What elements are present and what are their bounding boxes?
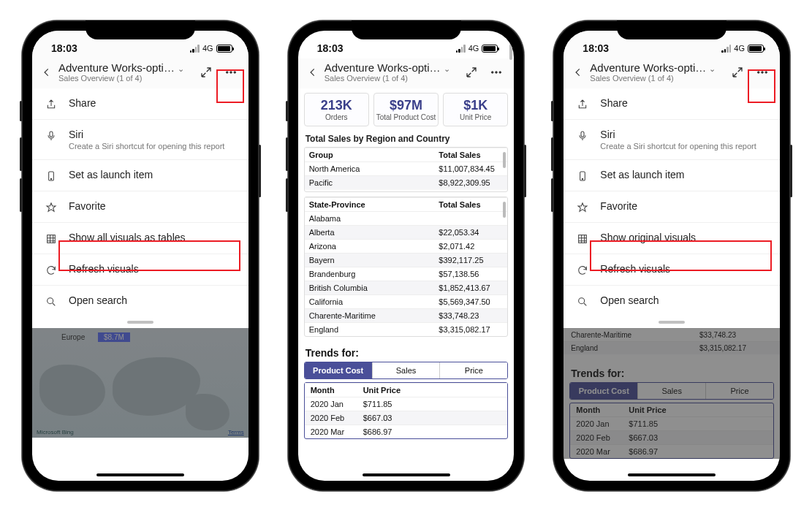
kpi-cost[interactable]: $97MTotal Product Cost — [373, 93, 439, 126]
svg-point-11 — [757, 71, 759, 73]
menu-launch-item[interactable]: Set as launch item — [564, 160, 780, 191]
star-icon — [44, 200, 58, 213]
kpi-price[interactable]: $1KUnit Price — [443, 93, 508, 126]
more-options-icon[interactable] — [752, 62, 773, 83]
svg-point-10 — [499, 71, 501, 73]
time-label: 18:03 — [583, 42, 609, 54]
battery-icon — [216, 45, 232, 53]
battery-icon — [482, 45, 498, 53]
more-options-icon[interactable] — [486, 62, 506, 83]
kpi-orders[interactable]: 213KOrders — [304, 93, 369, 126]
report-title[interactable]: Adventure Works-opti… — [325, 61, 441, 74]
network-label: 4G — [468, 44, 479, 53]
signal-icon — [721, 45, 731, 53]
menu-show-original[interactable]: Show original visuals — [564, 223, 780, 254]
network-label: 4G — [202, 44, 213, 53]
page-subtitle: Sales Overview (1 of 4) — [58, 74, 191, 83]
trends-title: Trends for: — [298, 341, 515, 362]
star-icon — [575, 200, 590, 213]
expand-icon[interactable] — [461, 62, 482, 83]
svg-rect-3 — [50, 132, 53, 137]
menu-launch-item[interactable]: Set as launch item — [32, 160, 248, 191]
svg-point-9 — [496, 71, 498, 73]
time-label: 18:03 — [51, 42, 77, 54]
menu-open-search[interactable]: Open search — [32, 286, 248, 316]
search-icon — [575, 294, 590, 308]
menu-share[interactable]: Share — [564, 88, 780, 120]
svg-point-7 — [48, 298, 53, 304]
svg-point-1 — [229, 71, 232, 73]
back-icon[interactable] — [39, 65, 54, 80]
network-label: 4G — [734, 44, 745, 53]
back-icon[interactable] — [571, 65, 585, 80]
phone-2: 18:03 4G Adventure Works-opti…⌄ Sales Ov… — [288, 20, 525, 491]
dimmed-background-content: Europe$8.7M Microsoft BingTerms — [32, 328, 248, 438]
share-icon — [575, 97, 590, 110]
battery-icon — [748, 45, 764, 53]
svg-point-2 — [234, 71, 236, 73]
more-options-icon[interactable] — [221, 62, 241, 83]
menu-share[interactable]: Share — [32, 88, 248, 120]
trends-tabs: Product Cost Sales Price — [304, 362, 509, 379]
svg-point-18 — [579, 298, 585, 304]
refresh-icon — [575, 263, 590, 276]
menu-open-search[interactable]: Open search — [564, 286, 780, 316]
svg-rect-14 — [581, 132, 584, 137]
svg-point-8 — [492, 71, 494, 73]
svg-rect-6 — [48, 235, 56, 243]
phone-icon — [44, 169, 58, 182]
options-menu: Share SiriCreate a Siri shortcut for ope… — [564, 88, 780, 324]
tab-product-cost[interactable]: Product Cost — [305, 362, 373, 378]
back-icon[interactable] — [306, 65, 320, 80]
kpi-row: 213KOrders $97MTotal Product Cost $1KUni… — [298, 88, 515, 131]
tab-sales[interactable]: Sales — [373, 362, 441, 378]
options-menu: Share SiriCreate a Siri shortcut for ope… — [32, 88, 248, 324]
state-table[interactable]: State-ProvinceTotal Sales Alabama Albert… — [304, 197, 509, 337]
drag-handle[interactable] — [127, 321, 153, 324]
menu-favorite[interactable]: Favorite — [32, 191, 248, 223]
home-indicator[interactable] — [96, 473, 184, 476]
grid-icon — [44, 232, 58, 245]
tab-price[interactable]: Price — [440, 362, 507, 378]
expand-icon[interactable] — [727, 62, 748, 83]
trends-table[interactable]: MonthUnit Price 2020 Jan$711.85 2020 Feb… — [304, 382, 509, 439]
report-title[interactable]: Adventure Works-opti… — [590, 61, 706, 74]
mic-icon — [575, 129, 590, 142]
dimmed-background-content: Charente-Maritime$33,748.23 England$3,31… — [564, 328, 780, 459]
page-subtitle: Sales Overview (1 of 4) — [590, 74, 723, 83]
page-subtitle: Sales Overview (1 of 4) — [325, 74, 458, 83]
svg-point-12 — [762, 71, 764, 73]
time-label: 18:03 — [317, 42, 344, 54]
phone-icon — [575, 169, 590, 182]
menu-show-tables[interactable]: Show all visuals as tables — [32, 223, 248, 254]
home-indicator[interactable] — [628, 473, 716, 476]
expand-icon[interactable] — [196, 62, 216, 83]
signal-icon — [190, 45, 200, 53]
chevron-down-icon[interactable]: ⌄ — [175, 64, 184, 73]
menu-favorite[interactable]: Favorite — [564, 191, 780, 223]
report-title[interactable]: Adventure Works-opti… — [58, 61, 175, 74]
menu-refresh[interactable]: Refresh visuals — [564, 254, 780, 286]
phone-3: 18:03 4G Adventure Works-opti…⌄ Sales Ov… — [553, 20, 790, 491]
svg-point-5 — [50, 178, 51, 179]
search-icon — [44, 294, 58, 308]
svg-point-0 — [226, 71, 228, 73]
grid-icon — [575, 232, 590, 245]
chevron-down-icon[interactable]: ⌄ — [441, 64, 450, 73]
share-icon — [44, 97, 58, 110]
signal-icon — [456, 45, 466, 53]
svg-rect-17 — [579, 235, 587, 243]
menu-siri[interactable]: SiriCreate a Siri shortcut for opening t… — [32, 120, 248, 160]
mic-icon — [44, 129, 58, 142]
menu-refresh[interactable]: Refresh visuals — [32, 254, 248, 286]
app-header: Adventure Works-opti…⌄ Sales Overview (1… — [298, 58, 515, 88]
app-header: Adventure Works-opti…⌄ Sales Overview (1… — [564, 58, 780, 88]
chevron-down-icon[interactable]: ⌄ — [706, 64, 716, 73]
drag-handle[interactable] — [659, 321, 685, 324]
home-indicator[interactable] — [363, 473, 450, 476]
region-table[interactable]: GroupTotal Sales North America$11,007,83… — [304, 147, 509, 192]
menu-siri[interactable]: SiriCreate a Siri shortcut for opening t… — [564, 120, 780, 160]
svg-point-13 — [765, 71, 767, 73]
phone-1: 18:03 4G Adventure Works-opti…⌄ Sales Ov… — [22, 20, 259, 491]
region-section-title: Total Sales by Region and Country — [298, 131, 515, 145]
